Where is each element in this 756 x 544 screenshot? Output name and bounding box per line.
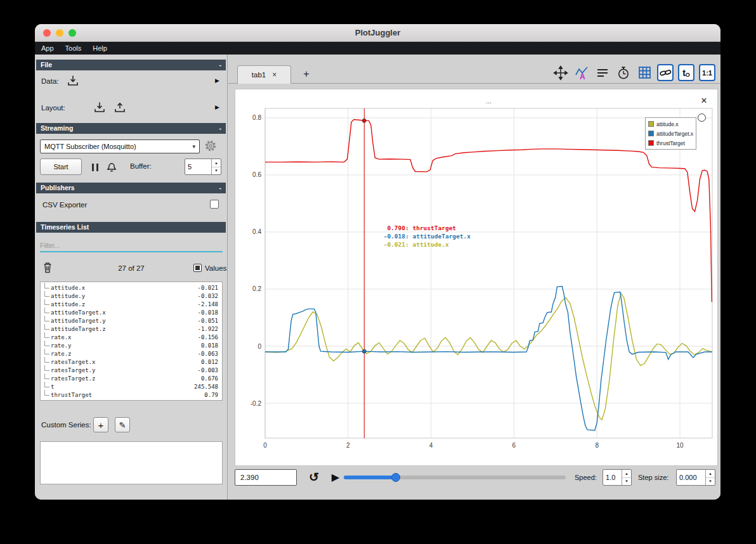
close-window-button[interactable] <box>43 29 51 37</box>
timeseries-item[interactable]: rate.z-0.063 <box>41 350 222 358</box>
section-header-timeseries[interactable]: Timeseries List <box>36 222 226 233</box>
collapse-icon[interactable]: - <box>219 183 222 193</box>
legend-label: attitudeTarget.x <box>656 131 693 137</box>
step-input[interactable] <box>677 470 705 485</box>
export-layout-icon <box>114 101 126 113</box>
legend-entry[interactable]: thrustTarget <box>648 138 693 148</box>
time-display[interactable] <box>235 469 297 486</box>
y-tick-label: 0.4 <box>252 228 261 235</box>
timeseries-item[interactable]: attitude.z-2.148 <box>41 301 222 309</box>
notifications-button[interactable] <box>106 160 117 173</box>
minimize-window-button[interactable] <box>56 29 63 37</box>
filter-input[interactable] <box>40 240 223 252</box>
time-input[interactable] <box>235 470 296 485</box>
move-arrows-icon <box>553 65 568 81</box>
spin-down-icon[interactable]: ▼ <box>622 478 631 486</box>
timeseries-name: attitudeTarget.z <box>51 325 106 334</box>
plot-legend[interactable]: attitude.xattitudeTarget.xthrustTarget <box>645 117 696 150</box>
menu-help[interactable]: Help <box>93 44 107 52</box>
section-header-publishers[interactable]: Publishers - <box>36 183 226 193</box>
zoom-window-button[interactable] <box>68 29 76 37</box>
show-list-button[interactable] <box>594 64 611 81</box>
data-expand-arrow[interactable]: ▶ <box>215 77 219 84</box>
speed-spinbox[interactable]: ▲ ▼ <box>603 469 632 486</box>
trash-icon <box>42 261 53 274</box>
timeseries-value: -0.051 <box>197 317 222 325</box>
delete-series-button[interactable] <box>42 261 53 274</box>
spin-up-icon[interactable]: ▲ <box>706 470 715 478</box>
timeseries-value: 0.018 <box>201 342 222 350</box>
plot-area[interactable]: 0246810-0.200.20.40.60.80.790 : thrustTa… <box>235 89 718 466</box>
buffer-input[interactable] <box>185 159 211 174</box>
grid-layout-button[interactable] <box>636 64 653 81</box>
values-checkbox[interactable] <box>193 264 202 272</box>
time-offset-button[interactable]: tO <box>678 64 694 81</box>
timeseries-item[interactable]: attitude.y-0.032 <box>41 292 222 301</box>
step-size-spinbox[interactable]: ▲ ▼ <box>676 469 715 486</box>
window-title: PlotJuggler <box>35 24 720 42</box>
slider-handle[interactable] <box>391 473 400 482</box>
edit-custom-series-button[interactable]: ✎ <box>115 417 130 432</box>
timeseries-item[interactable]: rate.y0.018 <box>41 342 222 350</box>
import-data-icon <box>67 74 79 87</box>
stopwatch-icon <box>616 65 631 81</box>
x-tick-label: 2 <box>346 442 350 449</box>
y-tick-label: 0.6 <box>252 171 261 178</box>
timeseries-name: rate.x <box>51 334 72 342</box>
timeseries-item[interactable]: attitudeTarget.y-0.051 <box>41 317 222 325</box>
timeseries-item[interactable]: rate.x-0.156 <box>41 334 222 342</box>
timeseries-item[interactable]: attitudeTarget.z-1.922 <box>41 325 222 334</box>
timeseries-item[interactable]: ratesTarget.x0.012 <box>41 358 222 366</box>
timeseries-name: ratesTarget.x <box>51 358 95 366</box>
buffer-spinbox[interactable]: ▲ ▼ <box>185 159 221 175</box>
edit-curves-button[interactable]: A <box>573 64 590 81</box>
layout-expand-arrow[interactable]: ▶ <box>215 104 219 110</box>
custom-series-box[interactable] <box>40 441 223 484</box>
plot-close-icon[interactable]: × <box>701 94 707 107</box>
collapse-icon[interactable]: - <box>219 123 222 134</box>
link-axes-button[interactable] <box>657 64 674 81</box>
data-load-button[interactable] <box>67 74 79 87</box>
streaming-source-select[interactable]: MQTT Subscriber (Mosquitto) ▾ <box>40 139 200 153</box>
section-header-streaming[interactable]: Streaming - <box>36 123 226 134</box>
streaming-settings-button[interactable] <box>204 139 218 153</box>
timeseries-item[interactable]: ratesTarget.z0.676 <box>41 375 222 383</box>
timeseries-item[interactable]: attitudeTarget.x-0.018 <box>41 309 222 317</box>
datetime-button[interactable] <box>615 64 632 81</box>
layout-save-button[interactable] <box>114 101 126 113</box>
spin-down-icon[interactable]: ▼ <box>212 167 221 175</box>
collapse-icon[interactable]: - <box>219 60 222 70</box>
legend-entry[interactable]: attitudeTarget.x <box>648 129 693 138</box>
pan-zoom-button[interactable] <box>552 64 569 81</box>
plot-corner-button[interactable] <box>698 113 706 122</box>
speed-input[interactable] <box>603 470 622 485</box>
title-bar: PlotJuggler <box>35 24 720 42</box>
loop-button[interactable]: ↺ <box>306 468 322 486</box>
timeseries-item[interactable]: attitude.x-0.021 <box>41 284 222 292</box>
tab-tab1[interactable]: tab1 × <box>237 65 291 84</box>
add-tab-button[interactable]: + <box>299 67 313 81</box>
timeline-slider[interactable] <box>344 473 566 482</box>
play-button[interactable]: ▶ <box>327 468 344 486</box>
layout-load-button[interactable] <box>93 101 106 113</box>
menu-app[interactable]: App <box>41 44 54 52</box>
timeseries-value: -0.063 <box>197 350 222 358</box>
timeseries-item[interactable]: t245.548 <box>41 383 222 391</box>
add-custom-series-button[interactable]: + <box>93 417 108 432</box>
tracker-dot-thrustTarget <box>362 119 366 122</box>
timeseries-item[interactable]: thrustTarget0.79 <box>41 391 222 399</box>
spin-up-icon[interactable]: ▲ <box>212 159 221 167</box>
menu-tools[interactable]: Tools <box>65 44 82 52</box>
timeseries-value: -0.003 <box>197 366 222 375</box>
tab-close-icon[interactable]: × <box>272 70 277 79</box>
section-header-file[interactable]: File - <box>36 60 226 70</box>
start-button[interactable]: Start <box>40 159 82 175</box>
spin-up-icon[interactable]: ▲ <box>622 470 631 478</box>
ratio-button[interactable]: 1:1 <box>699 64 715 81</box>
legend-entry[interactable]: attitude.x <box>648 119 693 129</box>
tab-label: tab1 <box>252 71 266 79</box>
pause-button[interactable] <box>88 161 102 174</box>
csv-exporter-checkbox[interactable] <box>210 200 219 209</box>
spin-down-icon[interactable]: ▼ <box>706 478 715 486</box>
timeseries-item[interactable]: ratesTarget.y-0.003 <box>41 366 222 375</box>
